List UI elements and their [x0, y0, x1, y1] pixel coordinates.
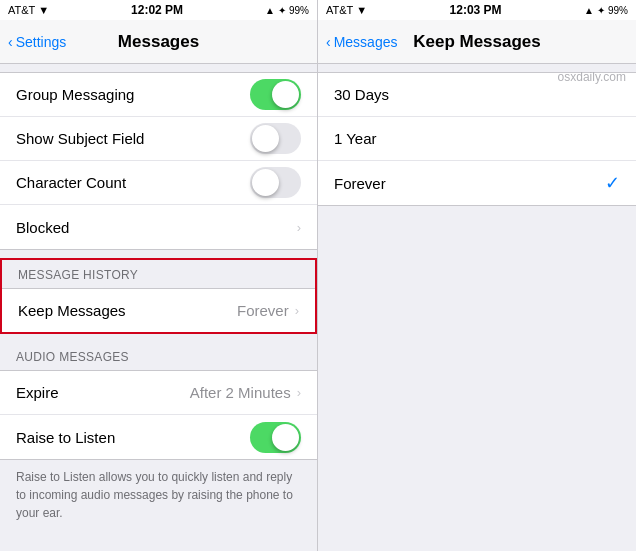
left-panel: AT&T ▼ 12:02 PM ▲ ✦ 99% ‹ Settings Messa… [0, 0, 318, 551]
show-subject-toggle[interactable] [250, 123, 301, 154]
show-subject-knob [252, 125, 279, 152]
highlighted-message-history: MESSAGE HISTORY Keep Messages Forever › [0, 258, 317, 334]
expire-row[interactable]: Expire After 2 Minutes › [0, 371, 317, 415]
left-back-button[interactable]: ‹ Settings [8, 34, 66, 50]
keep-messages-chevron-icon: › [295, 303, 299, 318]
left-status-bar: AT&T ▼ 12:02 PM ▲ ✦ 99% [0, 0, 317, 20]
right-back-label: Messages [334, 34, 398, 50]
show-subject-row: Show Subject Field [0, 117, 317, 161]
right-icons: ▲ ✦ 99% [584, 5, 628, 16]
audio-messages-card: Expire After 2 Minutes › Raise to Listen [0, 370, 317, 460]
keep-messages-value: Forever [237, 302, 289, 319]
keep-messages-right: Forever › [237, 302, 299, 319]
group-messaging-row: Group Messaging [0, 73, 317, 117]
left-chevron-icon: ‹ [8, 34, 13, 50]
character-count-toggle[interactable] [250, 167, 301, 198]
expire-right: After 2 Minutes › [190, 384, 301, 401]
expire-label: Expire [16, 384, 59, 401]
option-30-days-label: 30 Days [334, 86, 389, 103]
option-forever-label: Forever [334, 175, 386, 192]
left-nav-title: Messages [118, 32, 199, 52]
group-messaging-label: Group Messaging [16, 86, 134, 103]
left-back-label: Settings [16, 34, 67, 50]
top-settings-group: Group Messaging Show Subject Field Chara… [0, 72, 317, 250]
option-forever[interactable]: Forever ✓ [318, 161, 636, 205]
right-wifi-icon: ✦ [597, 5, 605, 16]
raise-to-listen-description: Raise to Listen allows you to quickly li… [0, 460, 317, 534]
forever-checkmark-icon: ✓ [605, 172, 620, 194]
blocked-row[interactable]: Blocked › [0, 205, 317, 249]
left-carrier: AT&T ▼ [8, 4, 49, 16]
group-messaging-knob [272, 81, 299, 108]
option-1-year-label: 1 Year [334, 130, 377, 147]
expire-chevron-icon: › [297, 385, 301, 400]
character-count-row: Character Count [0, 161, 317, 205]
option-forever-right: ✓ [605, 172, 620, 194]
message-history-section: MESSAGE HISTORY Keep Messages Forever › [0, 258, 317, 334]
right-nav-title: Keep Messages [413, 32, 541, 52]
left-time: 12:02 PM [131, 3, 183, 17]
expire-value: After 2 Minutes [190, 384, 291, 401]
wifi-icon: ✦ [278, 5, 286, 16]
right-time: 12:03 PM [450, 3, 502, 17]
left-icons: ▲ ✦ 99% [265, 5, 309, 16]
left-nav-bar: ‹ Settings Messages [0, 20, 317, 64]
show-subject-label: Show Subject Field [16, 130, 144, 147]
right-chevron-icon: ‹ [326, 34, 331, 50]
raise-to-listen-knob [272, 424, 299, 451]
raise-to-listen-label: Raise to Listen [16, 429, 115, 446]
raise-to-listen-row: Raise to Listen [0, 415, 317, 459]
character-count-label: Character Count [16, 174, 126, 191]
blocked-right: › [297, 220, 301, 235]
right-carrier: AT&T ▼ [326, 4, 367, 16]
keep-messages-options: 30 Days 1 Year Forever ✓ [318, 72, 636, 206]
right-status-bar: AT&T ▼ 12:03 PM ▲ ✦ 99% [318, 0, 636, 20]
right-settings-content: 30 Days 1 Year Forever ✓ [318, 64, 636, 551]
character-count-knob [252, 169, 279, 196]
audio-messages-header: AUDIO MESSAGES [0, 334, 317, 370]
group-messaging-toggle[interactable] [250, 79, 301, 110]
right-battery-icon: 99% [608, 5, 628, 16]
blocked-label: Blocked [16, 219, 69, 236]
right-location-icon: ▲ [584, 5, 594, 16]
right-nav-bar: ‹ Messages Keep Messages [318, 20, 636, 64]
blocked-chevron-icon: › [297, 220, 301, 235]
keep-messages-row[interactable]: Keep Messages Forever › [2, 288, 315, 332]
right-panel: osxdaily.com AT&T ▼ 12:03 PM ▲ ✦ 99% ‹ M… [318, 0, 636, 551]
message-history-header: MESSAGE HISTORY [2, 260, 315, 288]
battery-icon: 99% [289, 5, 309, 16]
raise-to-listen-toggle[interactable] [250, 422, 301, 453]
option-1-year[interactable]: 1 Year [318, 117, 636, 161]
right-back-button[interactable]: ‹ Messages [326, 34, 397, 50]
watermark: osxdaily.com [558, 70, 626, 84]
audio-messages-section: AUDIO MESSAGES Expire After 2 Minutes › … [0, 334, 317, 534]
location-icon: ▲ [265, 5, 275, 16]
left-settings-content: Group Messaging Show Subject Field Chara… [0, 64, 317, 551]
keep-messages-label: Keep Messages [18, 302, 126, 319]
